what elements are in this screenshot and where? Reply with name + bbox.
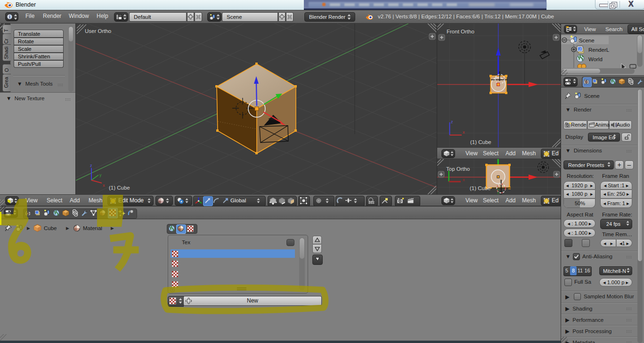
svg-text:y: y	[99, 173, 102, 177]
svg-text:x: x	[463, 130, 465, 135]
svg-text:User Ortho: User Ortho	[85, 28, 111, 34]
svg-text:J: J	[579, 47, 581, 51]
svg-text:(1) Cube: (1) Cube	[470, 139, 491, 145]
svg-text:i: i	[9, 15, 10, 19]
svg-text:z: z	[451, 120, 453, 124]
svg-text:x: x	[103, 183, 105, 188]
svg-text:Front Ortho: Front Ortho	[447, 29, 474, 34]
svg-text:(1) Cube: (1) Cube	[470, 185, 491, 191]
svg-text:World: World	[588, 56, 603, 62]
svg-text:RenderL: RenderL	[588, 47, 610, 53]
svg-text:Top Ortho: Top Ortho	[446, 166, 470, 172]
svg-text:Scene: Scene	[579, 38, 595, 43]
svg-text:z: z	[90, 163, 92, 168]
svg-text:x: x	[463, 177, 465, 182]
svg-text:(1) Cube: (1) Cube	[109, 185, 130, 191]
